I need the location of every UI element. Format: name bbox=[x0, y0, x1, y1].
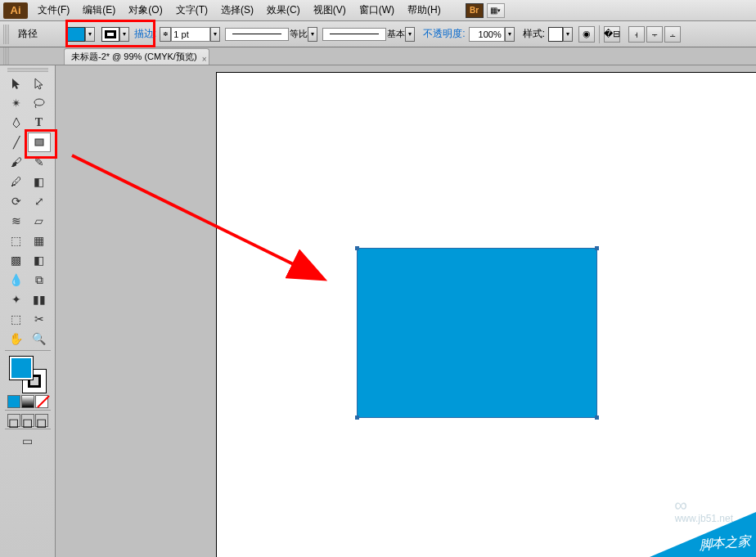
pen-tool[interactable] bbox=[5, 113, 28, 133]
stroke-dropdown-icon[interactable]: ▾ bbox=[119, 27, 129, 42]
fill-swatch[interactable] bbox=[67, 27, 85, 42]
path-label: 路径 bbox=[18, 27, 38, 41]
align-button-4[interactable]: ⫠ bbox=[664, 26, 681, 43]
tab-grip[interactable] bbox=[3, 45, 10, 65]
opacity-dropdown-icon[interactable]: ▾ bbox=[505, 27, 515, 42]
profile-preview[interactable] bbox=[225, 28, 289, 41]
menu-edit[interactable]: 编辑(E) bbox=[76, 3, 122, 17]
free-transform-tool[interactable]: ▱ bbox=[28, 211, 51, 231]
menu-file[interactable]: 文件(F) bbox=[31, 3, 76, 17]
direct-selection-tool[interactable] bbox=[28, 74, 51, 93]
stroke-swatch-group[interactable]: ▾ bbox=[101, 27, 129, 42]
width-tool[interactable]: ≋ bbox=[5, 211, 28, 231]
shape-builder-tool[interactable]: ⬚ bbox=[5, 231, 28, 250]
menu-help[interactable]: 帮助(H) bbox=[401, 3, 448, 17]
watermark: ∞ www.jb51.net 脚本之家 bbox=[633, 492, 756, 557]
anchor-point[interactable] bbox=[595, 416, 599, 420]
stroke-label[interactable]: 描边: bbox=[134, 27, 156, 41]
type-tool[interactable]: T bbox=[28, 113, 51, 133]
stroke-weight-input[interactable] bbox=[171, 27, 210, 42]
symbol-sprayer-tool[interactable]: ✦ bbox=[5, 290, 28, 309]
color-mode-button[interactable] bbox=[7, 395, 20, 408]
stroke-stepper[interactable]: ≑ bbox=[160, 27, 171, 42]
paintbrush-tool[interactable]: 🖌 bbox=[5, 152, 28, 172]
opacity-input[interactable] bbox=[469, 27, 505, 42]
anchor-point[interactable] bbox=[355, 246, 359, 250]
screen-mode-button[interactable]: ▭ bbox=[16, 431, 39, 451]
menu-object[interactable]: 对象(O) bbox=[122, 3, 169, 17]
menu-bar: Ai 文件(F) 编辑(E) 对象(O) 文字(T) 选择(S) 效果(C) 视… bbox=[0, 0, 756, 21]
draw-inside-button[interactable]: ◻ bbox=[35, 414, 48, 427]
brush-preview[interactable] bbox=[322, 28, 386, 41]
menu-effect[interactable]: 效果(C) bbox=[260, 3, 307, 17]
line-segment-tool[interactable]: ╱ bbox=[5, 133, 28, 152]
tool-separator bbox=[5, 350, 51, 351]
anchor-point[interactable] bbox=[595, 246, 599, 250]
align-button-3[interactable]: ⫟ bbox=[646, 26, 663, 43]
rectangle-tool[interactable] bbox=[28, 133, 51, 152]
document-tab-bar: 未标题-2* @ 99% (CMYK/预览) × bbox=[0, 47, 756, 65]
align-button-1[interactable]: �⊟ bbox=[604, 26, 620, 43]
tool-separator-3 bbox=[5, 429, 51, 429]
style-label: 样式: bbox=[523, 27, 545, 41]
drawn-rectangle[interactable] bbox=[357, 248, 597, 418]
eraser-tool[interactable]: ◧ bbox=[28, 172, 51, 191]
rotate-tool[interactable]: ⟳ bbox=[5, 191, 28, 211]
tool-separator-2 bbox=[5, 410, 51, 411]
stroke-swatch[interactable] bbox=[101, 27, 119, 42]
svg-rect-1 bbox=[35, 139, 43, 146]
magic-wand-tool[interactable]: ✴ bbox=[5, 93, 28, 113]
gradient-tool[interactable]: ◧ bbox=[28, 250, 51, 270]
work-area: ✴ T ╱ 🖌 ✎ 🖊 ◧ ⟳ ⤢ ≋ ▱ ⬚ bbox=[0, 65, 756, 557]
options-bar: 路径 ▾ ▾ 描边: ≑ ▾ 等比 ▾ 基本 ▾ 不透明度: ▾ 样式: ▾ ◉… bbox=[0, 21, 756, 47]
mesh-tool[interactable]: ▩ bbox=[5, 250, 28, 270]
anchor-point[interactable] bbox=[355, 416, 359, 420]
slice-tool[interactable]: ✂ bbox=[28, 309, 51, 329]
draw-behind-button[interactable]: ◻ bbox=[21, 414, 34, 427]
fill-swatch-group[interactable]: ▾ bbox=[67, 27, 95, 42]
selection-tool[interactable] bbox=[5, 74, 28, 93]
pencil-tool[interactable]: ✎ bbox=[28, 152, 51, 172]
blob-brush-tool[interactable]: 🖊 bbox=[5, 172, 28, 191]
fill-indicator[interactable] bbox=[9, 356, 34, 380]
recolor-button[interactable]: ◉ bbox=[578, 26, 595, 43]
separator bbox=[599, 25, 600, 43]
graphic-style-dropdown-icon[interactable]: ▾ bbox=[563, 27, 573, 42]
options-grip[interactable] bbox=[3, 25, 10, 44]
stroke-weight-dropdown-icon[interactable]: ▾ bbox=[210, 27, 220, 42]
perspective-grid-tool[interactable]: ▦ bbox=[28, 231, 51, 250]
fill-dropdown-icon[interactable]: ▾ bbox=[85, 27, 95, 42]
brush-dropdown-icon[interactable]: ▾ bbox=[405, 27, 415, 42]
artboard-tool[interactable]: ⬚ bbox=[5, 309, 28, 329]
arrange-docs-button[interactable]: ▦▾ bbox=[487, 3, 505, 18]
scale-tool[interactable]: ⤢ bbox=[28, 191, 51, 211]
document-tab-title: 未标题-2* @ 99% (CMYK/预览) bbox=[71, 52, 197, 61]
fill-stroke-indicator[interactable] bbox=[9, 356, 47, 393]
zoom-tool[interactable]: 🔍 bbox=[28, 329, 51, 348]
gradient-mode-button[interactable] bbox=[21, 395, 34, 408]
menu-window[interactable]: 窗口(W) bbox=[353, 3, 401, 17]
blend-tool[interactable]: ⧉ bbox=[28, 270, 51, 290]
bridge-button[interactable]: Br bbox=[466, 3, 484, 18]
lasso-tool[interactable] bbox=[28, 93, 51, 113]
menu-view[interactable]: 视图(V) bbox=[307, 3, 353, 17]
hand-tool[interactable]: ✋ bbox=[5, 329, 28, 348]
document-tab[interactable]: 未标题-2* @ 99% (CMYK/预览) × bbox=[64, 48, 209, 65]
column-graph-tool[interactable]: ▮▮ bbox=[28, 290, 51, 309]
profile-label: 等比 bbox=[290, 28, 308, 40]
none-mode-button[interactable] bbox=[35, 395, 48, 408]
profile-dropdown-icon[interactable]: ▾ bbox=[308, 27, 317, 42]
opacity-label[interactable]: 不透明度: bbox=[423, 27, 465, 41]
menu-text[interactable]: 文字(T) bbox=[169, 3, 214, 17]
tools-grip[interactable] bbox=[7, 67, 48, 72]
align-button-2[interactable]: ⫞ bbox=[628, 26, 645, 43]
eyedropper-tool[interactable]: 💧 bbox=[5, 270, 28, 290]
brush-label: 基本 bbox=[387, 28, 405, 40]
menu-select[interactable]: 选择(S) bbox=[214, 3, 260, 17]
graphic-style-swatch[interactable] bbox=[548, 27, 563, 42]
app-logo: Ai bbox=[3, 2, 28, 19]
canvas-area[interactable]: ∞ www.jb51.net 脚本之家 bbox=[56, 65, 756, 557]
draw-normal-button[interactable]: ◻ bbox=[7, 414, 20, 427]
tools-panel: ✴ T ╱ 🖌 ✎ 🖊 ◧ ⟳ ⤢ ≋ ▱ ⬚ bbox=[0, 65, 56, 557]
